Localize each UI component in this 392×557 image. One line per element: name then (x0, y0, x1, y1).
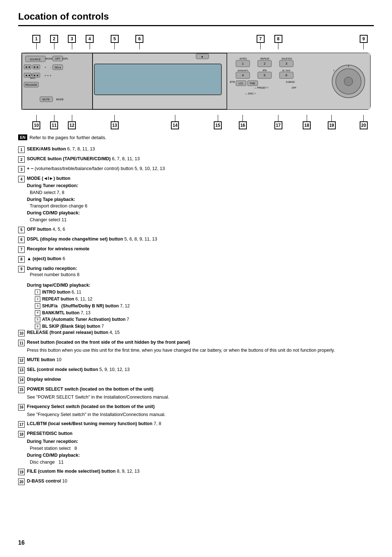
vline-6 (139, 43, 140, 49)
item-num-1: 1 (18, 146, 25, 153)
item-4-sub1: During Tuner reception:BAND select 7, 8 (27, 182, 189, 196)
svg-point-23 (45, 75, 46, 76)
badge-3: 3 (68, 35, 76, 43)
svg-text:BANK/MTL: BANK/MTL (238, 69, 249, 72)
svg-text:◄◄: ◄◄ (25, 65, 30, 69)
item-num-6: 6 (18, 237, 25, 243)
item-11-desc: Press this button when you use this unit… (27, 347, 374, 354)
num-below-13: 13 (111, 115, 119, 129)
svg-text:INTRO: INTRO (240, 57, 247, 60)
item-9-sub1: 1 INTRO button 6, 11 (35, 289, 189, 295)
svg-text:▲: ▲ (201, 55, 204, 58)
item-num-2: 2 (18, 156, 25, 163)
item-6: 6 DSPL (display mode change/time set) bu… (18, 236, 189, 243)
item-12: 12 MUTE button 10 (18, 357, 374, 364)
item-text-10: RELEASE (front panel release) button 4, … (27, 330, 374, 336)
svg-text:BTM: BTM (230, 81, 235, 83)
badge-7: 7 (257, 35, 265, 43)
item-text-3: + − (volume/bass/treble/balance/fader co… (27, 166, 189, 172)
item-text-8: ▲ (eject) button 6 (27, 256, 189, 262)
vline-7 (260, 43, 261, 49)
svg-text:DSPL: DSPL (62, 57, 69, 60)
num-below-17: 17 (274, 115, 282, 129)
item-4-sub3: During CD/MD playback:Changer select 11 (27, 210, 189, 223)
svg-text:ATA: ATA (262, 69, 267, 72)
num-below-11: 11 (50, 115, 58, 129)
numbers-above: 123456789 (18, 33, 374, 49)
item-num-17: 17 (18, 421, 25, 428)
num-above-3: 3 (68, 35, 76, 49)
item-19: 19 FILE (custom file mode select/set) bu… (18, 468, 374, 475)
vline-8 (278, 43, 278, 49)
item-9-sub5: 5 ATA (Automatic Tuner Activation) butto… (35, 316, 189, 323)
num-above-2: 2 (50, 35, 58, 49)
svg-rect-33 (94, 64, 221, 95)
badge-1: 1 (32, 35, 40, 43)
item-num-19: 19 (18, 469, 25, 475)
svg-text:D-BASS: D-BASS (286, 81, 295, 83)
vline-9 (363, 43, 364, 49)
item-text-19: FILE (custom file mode select/set) butto… (27, 468, 374, 475)
num-below-12: 12 (68, 115, 76, 129)
item-text-2: SOURCE button (TAPE/TUNER/CD/MD) 6, 7, 8… (27, 156, 189, 162)
svg-text:REPEAT: REPEAT (260, 57, 270, 60)
badge-below-20: 20 (360, 121, 368, 129)
num-above-5: 5 (111, 35, 119, 49)
item-18: 18 PRESET/DISC button During Tuner recep… (18, 431, 374, 465)
left-column: 1 SEEK/AMS button 6, 7, 8, 11, 13 2 SOUR… (18, 146, 189, 330)
svg-text:BL SKIP: BL SKIP (282, 69, 290, 72)
item-18-sub2: During CD/MD playback:Disc change 11 (27, 452, 374, 466)
en-badge: EN (18, 134, 27, 140)
vline-2 (54, 43, 54, 49)
num-above-8: 8 (274, 35, 282, 49)
item-9-sub4: 4 BANK/MTL button 7, 13 (35, 310, 189, 316)
svg-text:4: 4 (242, 73, 244, 77)
item-5: 5 OFF button 4, 5, 6 (18, 226, 189, 233)
item-text-9: During radio reception:Preset number but… (27, 266, 189, 278)
item-9-sub6: 6 BL SKIP (Blank Skip) button 7 (35, 323, 189, 330)
item-7: 7 Receptor for wireless remote (18, 246, 189, 253)
item-15: 15 POWER SELECT switch (located on the b… (18, 386, 374, 401)
item-num-20: 20 (18, 479, 25, 485)
item-text-6: DSPL (display mode change/time set) butt… (27, 236, 189, 243)
num-above-9: 9 (360, 35, 368, 49)
numbers-below: 1011121314151617181920 (18, 115, 374, 131)
badge-below-17: 17 (274, 121, 282, 129)
vline-below-13 (114, 115, 115, 121)
item-16-desc: See "Frequency Selet switch" in the Inst… (27, 411, 374, 418)
svg-text:SOURCE: SOURCE (30, 58, 41, 61)
vline-1 (36, 43, 37, 49)
svg-text:SHUF/DO: SHUF/DO (281, 57, 292, 60)
item-13: 13 SEL (control mode select) button 5, 9… (18, 367, 374, 374)
num-below-19: 19 (328, 115, 336, 129)
item-text-15: POWER SELECT switch (located on the bott… (27, 386, 374, 393)
svg-text:►►: ►► (33, 65, 39, 69)
num-above-4: 4 (86, 35, 94, 49)
badge-8: 8 (274, 35, 282, 43)
svg-text:— PRESET +: — PRESET + (254, 86, 269, 89)
badge-9: 9 (360, 35, 368, 43)
item-17: 17 LCL/BTM (local seek/Best tuning memor… (18, 421, 374, 428)
item-num-13: 13 (18, 367, 25, 374)
vline-below-11 (54, 115, 54, 121)
item-9-tape: During tape/CD/MD playback: (27, 282, 189, 289)
badge-below-15: 15 (214, 121, 222, 129)
svg-text:MODE: MODE (45, 57, 53, 60)
badge-below-11: 11 (50, 121, 58, 129)
item-num-12: 12 (18, 357, 25, 364)
item-num-14: 14 (18, 377, 25, 383)
item-18-sub1: During Tuner reception:Preset station se… (27, 438, 374, 452)
item-text-4: MODE (◄I►) button (27, 175, 189, 182)
svg-point-24 (47, 75, 49, 76)
item-3: 3 + − (volume/bass/treble/balance/fader … (18, 166, 189, 173)
device-illustration: SOURCE MODE OFF DSPL ◄◄ ►► + - SEL● (18, 49, 374, 115)
item-num-7: 7 (18, 246, 25, 253)
badge-6: 6 (135, 35, 143, 43)
badge-below-14: 14 (171, 121, 179, 129)
item-text-7: Receptor for wireless remote (27, 246, 189, 253)
item-num-5: 5 (18, 227, 25, 233)
num-below-15: 15 (214, 115, 222, 129)
svg-text:OFF: OFF (55, 57, 60, 60)
item-1: 1 SEEK/AMS button 6, 7, 8, 11, 13 (18, 146, 189, 153)
svg-text:3: 3 (285, 62, 287, 65)
